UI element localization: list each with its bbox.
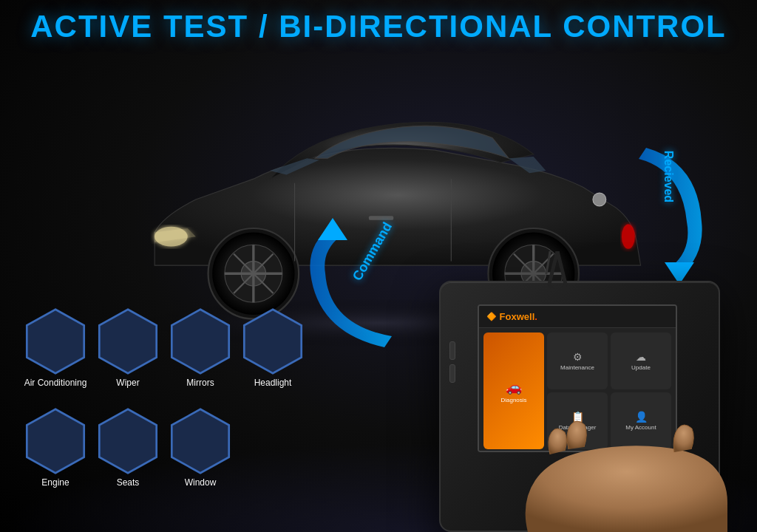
- page-title: ACTIVE TEST / BI-DIRECTIONAL CONTROL: [0, 9, 757, 44]
- icon-label-wiper: Wiper: [116, 378, 139, 388]
- icon-wiper: Wiper: [95, 308, 161, 388]
- svg-marker-58: [172, 409, 228, 473]
- icon-label-headlight: Headlight: [254, 378, 292, 388]
- icon-label-window: Window: [185, 477, 217, 488]
- tile-label-maintenance: Maintenance: [560, 364, 594, 371]
- icon-label-mirrors: Mirrors: [186, 378, 214, 388]
- icon-air-conditioning: Air Conditioning: [22, 308, 89, 388]
- received-label: Recieved: [662, 151, 675, 202]
- icon-engine: Engine: [22, 408, 89, 488]
- svg-marker-53: [99, 409, 156, 473]
- svg-marker-21: [318, 218, 347, 240]
- svg-marker-33: [172, 310, 228, 373]
- icon-label-engine: Engine: [41, 477, 69, 488]
- icon-label-air-conditioning: Air Conditioning: [24, 378, 87, 388]
- svg-marker-45: [27, 409, 84, 473]
- svg-marker-23: [27, 310, 84, 373]
- tile-update: ☁ Update: [611, 332, 671, 389]
- side-buttons: [449, 341, 455, 383]
- foxwell-brand: Foxwell.: [497, 311, 537, 322]
- svg-marker-30: [99, 310, 156, 373]
- screen-header: 🔶 Foxwell.: [479, 306, 676, 328]
- icons-row-1: Air Conditioning Wiper: [22, 308, 306, 388]
- icon-window: Window: [167, 408, 234, 488]
- icon-headlight: Headlight: [240, 308, 306, 388]
- hand-area: [483, 399, 735, 532]
- icon-label-seats: Seats: [117, 477, 140, 488]
- icons-row-2: Engine Seats: [22, 408, 234, 488]
- tile-label-update: Update: [631, 364, 651, 371]
- svg-marker-37: [244, 310, 301, 373]
- icon-mirrors: Mirrors: [167, 308, 234, 388]
- tile-maintenance: ⚙ Maintenance: [547, 332, 608, 389]
- svg-point-20: [593, 193, 606, 206]
- device-cable: [535, 251, 580, 288]
- icon-seats: Seats: [95, 408, 161, 488]
